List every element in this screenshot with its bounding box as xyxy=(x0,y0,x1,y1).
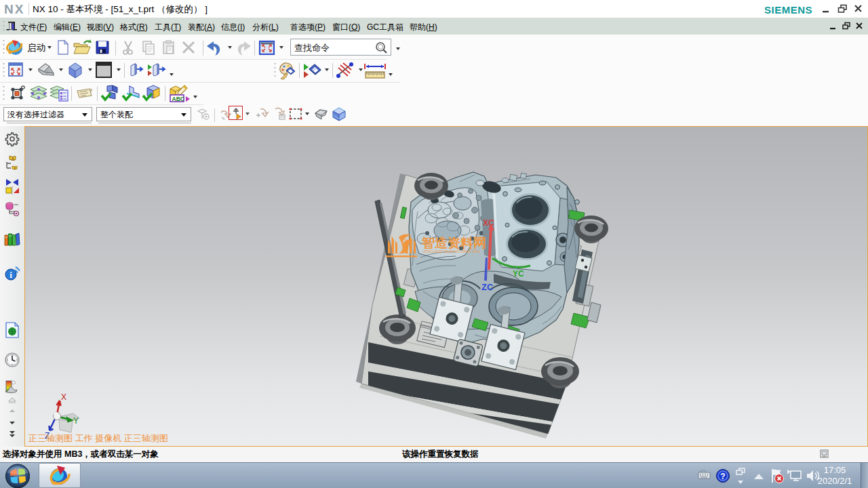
svg-text:X: X xyxy=(61,392,66,402)
svg-text:XC: XC xyxy=(483,218,494,228)
svg-text:i: i xyxy=(9,270,12,280)
svg-text:ZC: ZC xyxy=(481,282,494,292)
svg-text:INTELLIGENT MANUFACTURING DATA: INTELLIGENT MANUFACTURING DATA xyxy=(423,250,481,253)
svg-text:?: ? xyxy=(720,472,725,481)
svg-text:YC: YC xyxy=(513,269,524,279)
svg-text:Y: Y xyxy=(73,416,79,426)
svg-text:ABC: ABC xyxy=(172,96,184,102)
svg-text:智造资料网: 智造资料网 xyxy=(421,236,486,250)
